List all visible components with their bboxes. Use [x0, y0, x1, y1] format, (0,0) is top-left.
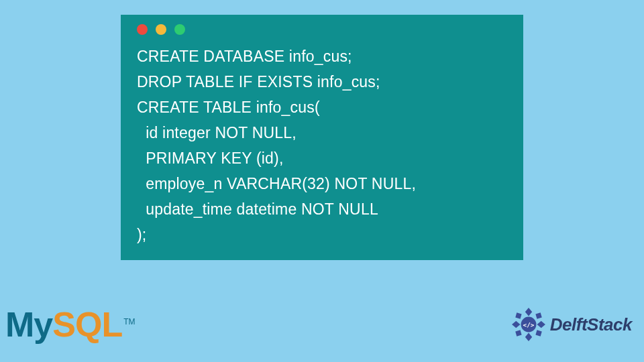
- svg-text:</>: </>: [523, 321, 534, 328]
- delftstack-logo: </> DelftStack: [511, 307, 632, 342]
- svg-marker-3: [537, 321, 545, 328]
- code-block: CREATE DATABASE info_cus; DROP TABLE IF …: [133, 44, 511, 248]
- maximize-icon: [174, 24, 185, 35]
- svg-marker-4: [515, 312, 521, 318]
- window-traffic-lights: [133, 24, 511, 35]
- mysql-logo: MySQLTM: [5, 304, 135, 345]
- minimize-icon: [156, 24, 166, 35]
- svg-marker-7: [535, 330, 541, 336]
- svg-marker-1: [525, 333, 532, 341]
- delftstack-badge-icon: </>: [511, 307, 546, 342]
- mysql-logo-sql: SQL: [52, 305, 122, 344]
- mysql-logo-tm: TM: [123, 317, 135, 326]
- svg-marker-2: [512, 321, 520, 328]
- mysql-logo-my: My: [5, 305, 52, 344]
- close-icon: [137, 24, 148, 35]
- svg-marker-6: [515, 330, 521, 336]
- svg-marker-0: [525, 308, 532, 316]
- svg-marker-5: [535, 312, 541, 318]
- code-window: CREATE DATABASE info_cus; DROP TABLE IF …: [121, 15, 523, 260]
- delftstack-text: DelftStack: [550, 314, 632, 335]
